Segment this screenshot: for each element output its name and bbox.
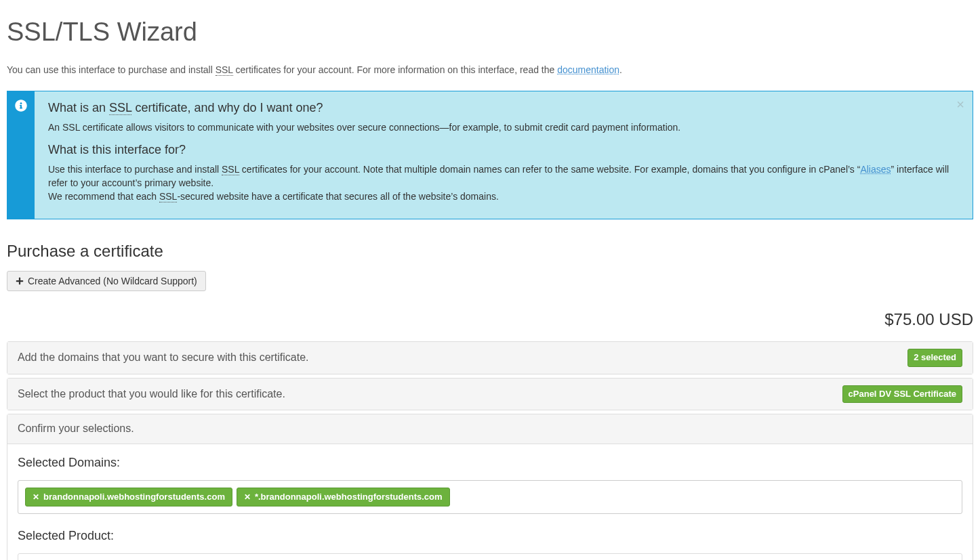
ssl-abbr: SSL <box>222 164 239 175</box>
step-1-panel: Add the domains that you want to secure … <box>7 341 973 374</box>
info-alert: What is an SSL certificate, and why do I… <box>7 91 973 219</box>
step-3-label: Confirm your selections. <box>18 421 134 437</box>
price-display: $75.00 USD <box>7 308 973 331</box>
step-1-label: Add the domains that you want to secure … <box>18 350 309 366</box>
close-icon[interactable]: × <box>956 97 964 112</box>
step-2-label: Select the product that you would like f… <box>18 387 285 402</box>
domain-chip: ✕ brandonnapoli.webhostingforstudents.co… <box>25 488 232 507</box>
a2-l3-after: -secured website have a certificate that… <box>177 191 498 202</box>
info-q2: What is this interface for? <box>48 142 962 159</box>
a2-l3-before: We recommend that each <box>48 191 159 202</box>
ssl-abbr: SSL <box>109 101 131 115</box>
remove-domain-icon[interactable]: ✕ <box>244 492 251 503</box>
step-1-badge: 2 selected <box>907 349 962 367</box>
create-advanced-label: Create Advanced (No Wildcard Support) <box>28 276 197 286</box>
step-3-heading[interactable]: Confirm your selections. <box>7 414 973 444</box>
documentation-link[interactable]: documentation <box>557 64 619 75</box>
info-icon-wrap <box>7 91 35 218</box>
step-2-panel: Select the product that you would like f… <box>7 378 973 411</box>
selected-product-heading: Selected Product: <box>18 527 962 545</box>
domain-chip-label: *.brandonnapoli.webhostingforstudents.co… <box>255 491 443 504</box>
selected-domains-heading: Selected Domains: <box>18 454 962 472</box>
a2-mid: certificates for your account. Note that… <box>239 164 860 175</box>
step-1-heading[interactable]: Add the domains that you want to secure … <box>7 342 973 374</box>
info-icon <box>15 100 27 112</box>
intro-suffix: . <box>619 64 622 75</box>
info-q1-after: certificate, and why do I want one? <box>131 101 323 114</box>
page-title: SSL/TLS Wizard <box>7 14 973 50</box>
step-2-badge: cPanel DV SSL Certificate <box>842 385 962 404</box>
selected-domains-box: ✕ brandonnapoli.webhostingforstudents.co… <box>18 480 962 515</box>
selected-product-box: cPanel DV SSL Certificate A domain-valid… <box>18 553 962 560</box>
aliases-link[interactable]: Aliases <box>860 164 891 175</box>
intro-text: You can use this interface to purchase a… <box>7 64 973 77</box>
intro-prefix: You can use this interface to purchase a… <box>7 64 216 75</box>
ssl-abbr: SSL <box>159 191 177 202</box>
domain-chip: ✕ *.brandonnapoli.webhostingforstudents.… <box>237 488 450 507</box>
remove-domain-icon[interactable]: ✕ <box>33 492 39 503</box>
domain-chip-label: brandonnapoli.webhostingforstudents.com <box>43 491 225 504</box>
create-advanced-button[interactable]: Create Advanced (No Wildcard Support) <box>7 271 206 291</box>
intro-middle: certificates for your account. For more … <box>233 64 558 75</box>
purchase-heading: Purchase a certificate <box>7 240 973 263</box>
step-3-body: Selected Domains: ✕ brandonnapoli.webhos… <box>7 444 973 560</box>
step-2-heading[interactable]: Select the product that you would like f… <box>7 379 973 410</box>
a2-before: Use this interface to purchase and insta… <box>48 164 222 175</box>
info-q1: What is an SSL certificate, and why do I… <box>48 100 962 117</box>
step-3-panel: Confirm your selections. Selected Domain… <box>7 414 973 560</box>
plus-icon <box>16 277 24 285</box>
ssl-abbr: SSL <box>216 64 233 76</box>
info-q1-before: What is an <box>48 101 109 114</box>
info-a2: Use this interface to purchase and insta… <box>48 163 962 204</box>
info-a1: An SSL certificate allows visitors to co… <box>48 121 962 135</box>
